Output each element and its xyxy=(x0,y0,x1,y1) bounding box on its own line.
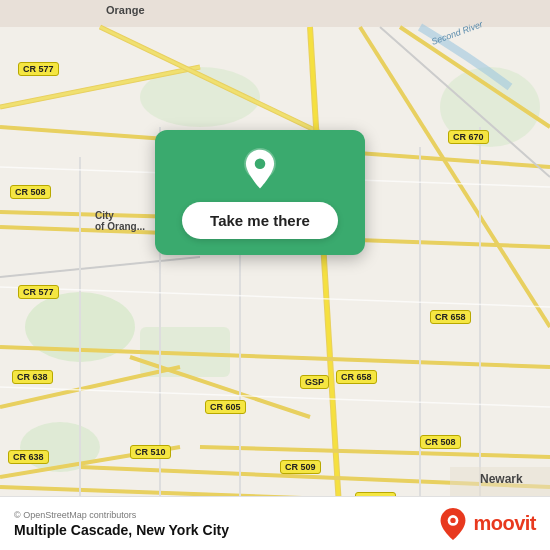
bottom-bar: © OpenStreetMap contributors Multiple Ca… xyxy=(0,496,550,550)
road-badge-cr605: CR 605 xyxy=(205,400,246,414)
svg-point-38 xyxy=(255,159,266,170)
take-me-there-button[interactable]: Take me there xyxy=(182,202,338,239)
map-container: CR 577 CR 508 CR 577 CR 638 CR 638 CR 51… xyxy=(0,0,550,550)
moovit-pin-icon xyxy=(439,508,467,540)
moovit-brand-name: moovit xyxy=(473,512,536,535)
location-title: Multiple Cascade, New York City xyxy=(14,522,229,538)
road-badge-cr508-2: CR 508 xyxy=(420,435,461,449)
road-badge-cr658-2: CR 658 xyxy=(336,370,377,384)
city-label-city-of-orange: Cityof Orang... xyxy=(95,210,145,232)
road-badge-cr508-1: CR 508 xyxy=(10,185,51,199)
road-badge-cr670: CR 670 xyxy=(448,130,489,144)
city-label-newark: Newark xyxy=(480,472,523,486)
road-badge-cr658-1: CR 658 xyxy=(430,310,471,324)
svg-point-2 xyxy=(20,422,100,472)
moovit-logo: moovit xyxy=(439,508,536,540)
map-background xyxy=(0,0,550,550)
attribution-text: © OpenStreetMap contributors xyxy=(14,510,229,520)
location-pin-icon xyxy=(238,148,282,192)
road-badge-cr638-1: CR 638 xyxy=(12,370,53,384)
svg-point-40 xyxy=(451,517,456,522)
road-badge-cr638-2: CR 638 xyxy=(8,450,49,464)
road-badge-cr577-1: CR 577 xyxy=(18,62,59,76)
road-badge-cr510: CR 510 xyxy=(130,445,171,459)
popup-card: Take me there xyxy=(155,130,365,255)
road-badge-cr577-2: CR 577 xyxy=(18,285,59,299)
city-label-orange: Orange xyxy=(106,4,145,16)
bottom-left-info: © OpenStreetMap contributors Multiple Ca… xyxy=(14,510,229,538)
road-badge-gsp: GSP xyxy=(300,375,329,389)
road-badge-cr509-1: CR 509 xyxy=(280,460,321,474)
